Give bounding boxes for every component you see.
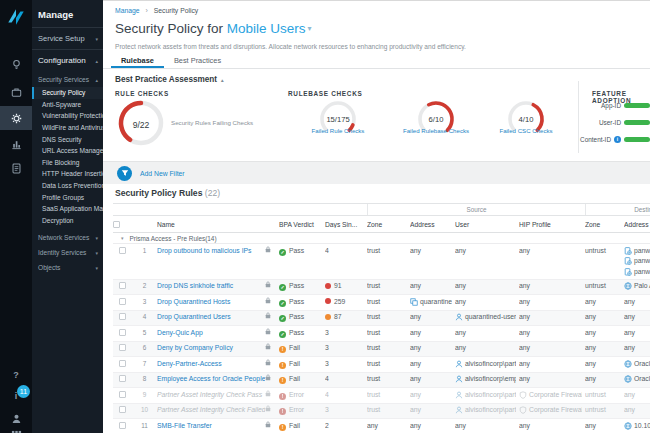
column-header-src_zone[interactable]: Zone <box>367 221 410 228</box>
sidebar-section-service-setup[interactable]: Service Setup▾ <box>32 28 103 50</box>
row-checkbox[interactable] <box>119 344 126 351</box>
bpa-verdict: !Error <box>279 390 325 401</box>
column-header-name[interactable]: Name <box>157 221 265 228</box>
tab-rulebase[interactable]: Rulebase <box>111 52 164 68</box>
row-checkbox[interactable] <box>119 360 126 367</box>
lock-icon <box>265 281 279 292</box>
sidebar-section-identity-services[interactable]: Identity Services▾ <box>32 244 103 259</box>
row-checkbox[interactable] <box>119 282 126 289</box>
hip-profile: any <box>519 328 585 339</box>
gauge-link[interactable]: Failed Rulebase Checks <box>396 127 476 134</box>
source-zone: trust <box>367 312 410 323</box>
breadcrumb-manage[interactable]: Manage <box>115 7 140 14</box>
rule-name-link[interactable]: SMB-File Transfer <box>157 422 212 429</box>
sidebar-group-security-services[interactable]: Security Services▴ <box>32 71 103 86</box>
source-address: quarantine... <box>410 297 455 308</box>
scope-selector[interactable]: Mobile Users <box>227 21 306 36</box>
rule-name-link[interactable]: Deny-Quic App <box>157 329 203 336</box>
column-header-dst_address[interactable]: Address <box>624 221 650 228</box>
source-address: any <box>410 374 455 385</box>
rule-name-link[interactable]: Employee Access for Oracle PeopleSoft <box>157 375 265 382</box>
gear-icon[interactable] <box>0 106 32 130</box>
security-policy-rules-table: Source Destination NameBPA VerdictDays S… <box>113 203 650 433</box>
destination-zone: any <box>585 421 624 432</box>
sidebar-item-data-loss-prevention[interactable]: Data Loss Prevention <box>32 180 103 192</box>
row-checkbox[interactable] <box>119 313 126 320</box>
hip-profile: any <box>519 281 585 292</box>
hip-profile: Corporate Firewall ... <box>519 405 585 416</box>
bpa-verdict: !Fail <box>279 359 325 370</box>
rule-name-link[interactable]: Deny by Company Policy <box>157 344 233 351</box>
days-since: 4 <box>325 374 367 385</box>
lightbulb-icon[interactable] <box>0 52 32 76</box>
rule-name-link[interactable]: Drop DNS sinkhole traffic <box>157 282 233 289</box>
row-checkbox[interactable] <box>119 375 126 382</box>
table-row: 8Employee Access for Oracle PeopleSoft!F… <box>113 373 650 389</box>
row-checkbox[interactable] <box>119 406 126 413</box>
days-since: 3 <box>325 359 367 370</box>
source-zone: trust <box>367 246 410 257</box>
sidebar-item-url-access-management[interactable]: URL Access Management <box>32 145 103 157</box>
sidebar-item-anti-spyware[interactable]: Anti-Spyware <box>32 99 103 111</box>
verdict-icon: ✓ <box>279 249 286 256</box>
chevron-down-icon[interactable]: ▾ <box>121 235 124 241</box>
column-header-days[interactable]: Days Sin... <box>325 221 367 228</box>
gauge-link[interactable]: Failed Rule Checks <box>298 127 378 134</box>
briefcase-icon[interactable] <box>0 80 32 104</box>
rule-number: 6 <box>135 343 157 354</box>
sidebar-item-dns-security[interactable]: DNS Security <box>32 133 103 145</box>
rule-name-link[interactable]: Drop outbound to malicious IPs <box>157 247 251 254</box>
page-title: Security Policy for Mobile Users▾ <box>115 21 312 36</box>
column-header-verdict[interactable]: BPA Verdict <box>279 221 325 228</box>
apps-grid-icon[interactable] <box>0 423 32 433</box>
sidebar-item-http-header-insertion[interactable]: HTTP Header Insertion <box>32 168 103 180</box>
sidebar-section-configuration[interactable]: Configuration▴ <box>32 50 103 71</box>
chevron-down-icon[interactable]: ▾ <box>308 24 312 33</box>
gauge-link[interactable]: Failed CSC Checks <box>486 127 566 134</box>
bpa-title[interactable]: Best Practice Assessment▴ <box>115 75 224 84</box>
row-checkbox[interactable] <box>119 329 126 336</box>
row-checkbox[interactable] <box>119 298 126 305</box>
source-zone: trust <box>367 390 410 401</box>
sidebar-item-saas-application-management[interactable]: SaaS Application Management <box>32 203 103 215</box>
verdict-icon: ! <box>279 377 286 384</box>
sidebar-item-file-blocking[interactable]: File Blocking <box>32 157 103 169</box>
report-icon[interactable] <box>0 156 32 180</box>
filter-funnel-icon[interactable] <box>117 166 132 181</box>
breadcrumb: Manage › Security Policy <box>115 7 198 14</box>
sidebar-item-security-policy[interactable]: Security Policy <box>32 87 103 99</box>
bar-chart-icon[interactable] <box>0 132 32 156</box>
lock-icon <box>265 312 279 323</box>
sidebar-item-decryption[interactable]: Decryption <box>32 215 103 227</box>
rule-name-link[interactable]: Partner Asset Integrity Check Pass <box>157 391 262 398</box>
sidebar-title: Manage <box>32 0 103 28</box>
column-header-dst_zone[interactable]: Zone <box>585 221 624 228</box>
rule-group-row[interactable]: ▾ Prisma Access - Pre Rules(14) <box>113 233 650 244</box>
row-checkbox[interactable] <box>119 391 126 398</box>
tab-best-practices[interactable]: Best Practices <box>164 52 231 68</box>
rule-name-link[interactable]: Deny-Partner-Access <box>157 360 222 367</box>
select-all-checkbox[interactable] <box>113 221 120 228</box>
rule-name-link[interactable]: Drop Quarantined Hosts <box>157 298 230 305</box>
rule-name-link[interactable]: Partner Asset Integrity Check Failed <box>157 406 265 413</box>
table-row: 7Deny-Partner-Access!Fail3trustanyalviso… <box>113 357 650 373</box>
rule-name-link[interactable]: Drop Quarantined Users <box>157 313 231 320</box>
lock-icon <box>265 390 279 401</box>
row-checkbox[interactable] <box>119 422 126 429</box>
column-header-src_address[interactable]: Address <box>410 221 455 228</box>
sidebar-section-objects[interactable]: Objects▾ <box>32 259 103 274</box>
palo-alto-logo-icon[interactable] <box>5 6 27 28</box>
column-header-hip_profile[interactable]: HIP Profile <box>519 221 585 228</box>
sidebar-section-network-services[interactable]: Network Services▾ <box>32 229 103 244</box>
icon-rail: ? i 11 <box>0 0 32 433</box>
row-checkbox[interactable] <box>119 247 126 254</box>
add-new-filter-link[interactable]: Add New Filter <box>140 170 185 177</box>
rule-number: 8 <box>135 374 157 385</box>
destination-address: any <box>624 343 650 354</box>
column-header-user[interactable]: User <box>455 221 519 228</box>
sidebar-item-profile-groups[interactable]: Profile Groups <box>32 191 103 203</box>
sidebar-item-vulnerability-protection[interactable]: Vulnerability Protection <box>32 110 103 122</box>
info-icon[interactable]: i <box>614 136 621 143</box>
sidebar-item-wildfire-and-antivirus[interactable]: WildFire and Antivirus <box>32 122 103 134</box>
feature-adoption-rows: App-IDUser-IDContent-IDi <box>580 97 650 148</box>
